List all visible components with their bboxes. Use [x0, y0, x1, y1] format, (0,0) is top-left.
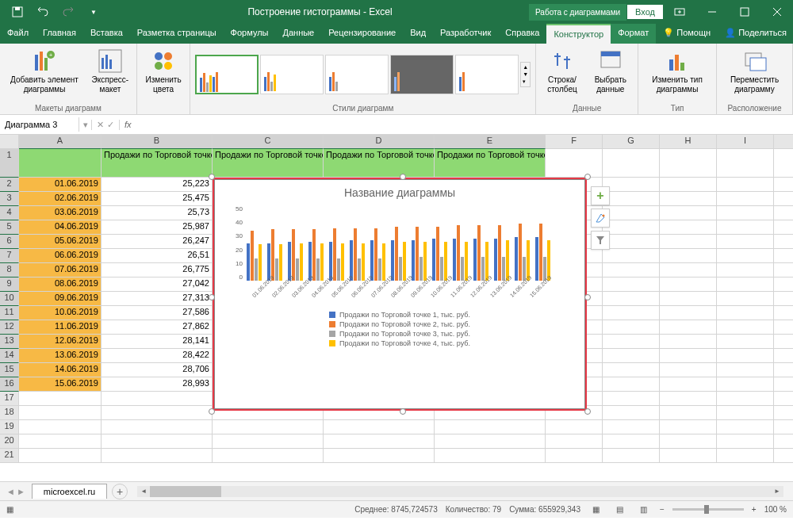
row-header[interactable]: 3 [0, 192, 19, 206]
cell[interactable] [774, 449, 793, 463]
row-header[interactable]: 1 [0, 149, 19, 178]
cell[interactable] [717, 192, 774, 206]
bar-group[interactable] [288, 205, 303, 281]
tab-nav-prev-icon[interactable]: ◄ [6, 487, 15, 496]
cell[interactable] [774, 220, 793, 235]
bar-group[interactable] [515, 205, 530, 281]
record-macro-icon[interactable]: ▦ [6, 505, 13, 514]
cell[interactable] [774, 349, 793, 363]
cell[interactable] [19, 434, 102, 449]
cell[interactable] [774, 434, 793, 449]
chart-elements-button[interactable]: + [591, 186, 610, 205]
chart-object[interactable]: Название диаграммы 50403020100 01.06.201… [214, 179, 585, 409]
cell[interactable]: 11.06.2019 [19, 320, 102, 335]
page-layout-view-icon[interactable]: ▤ [612, 503, 628, 516]
cell[interactable] [717, 420, 774, 434]
cell[interactable]: Продажи по Торговой точке 4, тыс. руб. [435, 149, 546, 178]
add-sheet-button[interactable]: + [112, 484, 128, 499]
cell[interactable] [717, 320, 774, 335]
cell[interactable]: 26,775 [102, 263, 213, 277]
quick-layout-button[interactable]: Экспресс-макет [89, 47, 132, 96]
cell[interactable] [774, 406, 793, 420]
tab-help[interactable]: Справка [498, 24, 546, 44]
switch-row-col-button[interactable]: Строка/столбец [541, 47, 583, 96]
fx-label[interactable]: fx [120, 120, 136, 129]
col-header[interactable]: I [717, 135, 774, 149]
bar-group[interactable] [329, 205, 344, 281]
add-chart-element-button[interactable]: + Добавить элемент диаграммы [5, 47, 84, 96]
page-break-view-icon[interactable]: ▥ [636, 503, 652, 516]
cell[interactable]: 07.06.2019 [19, 263, 102, 277]
cell[interactable] [660, 178, 717, 192]
cell[interactable] [102, 434, 213, 449]
cell[interactable] [546, 449, 603, 463]
scroll-right-icon[interactable]: ► [771, 486, 783, 497]
cell[interactable] [774, 292, 793, 306]
cell[interactable] [717, 349, 774, 363]
bar-group[interactable] [535, 205, 550, 281]
cell[interactable] [660, 206, 717, 220]
cell[interactable] [774, 420, 793, 434]
col-header[interactable]: E [435, 135, 546, 149]
cell[interactable] [603, 277, 660, 292]
cell[interactable] [603, 335, 660, 349]
select-all-cell[interactable] [0, 135, 19, 149]
cell[interactable] [603, 406, 660, 420]
tab-data[interactable]: Данные [275, 24, 321, 44]
cell[interactable] [19, 420, 102, 434]
tab-developer[interactable]: Разработчик [433, 24, 498, 44]
cell[interactable] [435, 434, 546, 449]
cell[interactable] [660, 249, 717, 263]
cell[interactable]: 02.06.2019 [19, 192, 102, 206]
cell[interactable] [603, 235, 660, 249]
qat-dropdown-icon[interactable]: ▼ [84, 2, 103, 21]
cell[interactable] [660, 277, 717, 292]
sheet-tab[interactable]: microexcel.ru [32, 484, 107, 499]
cell[interactable] [717, 277, 774, 292]
cell[interactable] [660, 292, 717, 306]
cell[interactable] [774, 249, 793, 263]
cell[interactable] [603, 192, 660, 206]
cell[interactable] [660, 220, 717, 235]
cell[interactable] [19, 449, 102, 463]
cell[interactable] [603, 349, 660, 363]
cell[interactable] [324, 449, 435, 463]
cell[interactable] [774, 320, 793, 335]
spreadsheet-grid[interactable]: ABCDEFGHIJ1Продажи по Торговой точке 1, … [0, 135, 793, 481]
cell[interactable] [660, 235, 717, 249]
cell[interactable] [774, 178, 793, 192]
horizontal-scrollbar[interactable] [150, 486, 771, 497]
cell[interactable] [774, 263, 793, 277]
cell[interactable] [774, 149, 793, 178]
cell[interactable] [717, 249, 774, 263]
cell[interactable]: Продажи по Торговой точке 3, тыс. руб. [324, 149, 435, 178]
cell[interactable] [717, 335, 774, 349]
ribbon-options-icon[interactable] [664, 0, 695, 24]
bar-group[interactable] [432, 205, 447, 281]
close-icon[interactable] [761, 0, 793, 24]
cell[interactable]: 14.06.2019 [19, 363, 102, 377]
cell[interactable]: 27,042 [102, 277, 213, 292]
cell[interactable] [324, 420, 435, 434]
cell[interactable] [717, 178, 774, 192]
cell[interactable] [660, 420, 717, 434]
cell[interactable] [774, 392, 793, 406]
bar-group[interactable] [494, 205, 509, 281]
cell[interactable] [774, 306, 793, 320]
cell[interactable]: 01.06.2019 [19, 178, 102, 192]
cell[interactable] [603, 206, 660, 220]
col-header[interactable]: C [213, 135, 324, 149]
tab-nav-next-icon[interactable]: ► [17, 487, 25, 496]
undo-icon[interactable] [33, 2, 52, 21]
cell[interactable] [603, 377, 660, 392]
col-header[interactable]: F [546, 135, 603, 149]
cell[interactable] [660, 449, 717, 463]
style-thumb-3[interactable] [325, 55, 389, 94]
bar-group[interactable] [247, 205, 262, 281]
col-header[interactable]: G [603, 135, 660, 149]
tab-view[interactable]: Вид [403, 24, 433, 44]
row-header[interactable]: 18 [0, 406, 19, 420]
cell[interactable]: 08.06.2019 [19, 277, 102, 292]
cell[interactable] [546, 149, 603, 178]
cell[interactable] [774, 335, 793, 349]
